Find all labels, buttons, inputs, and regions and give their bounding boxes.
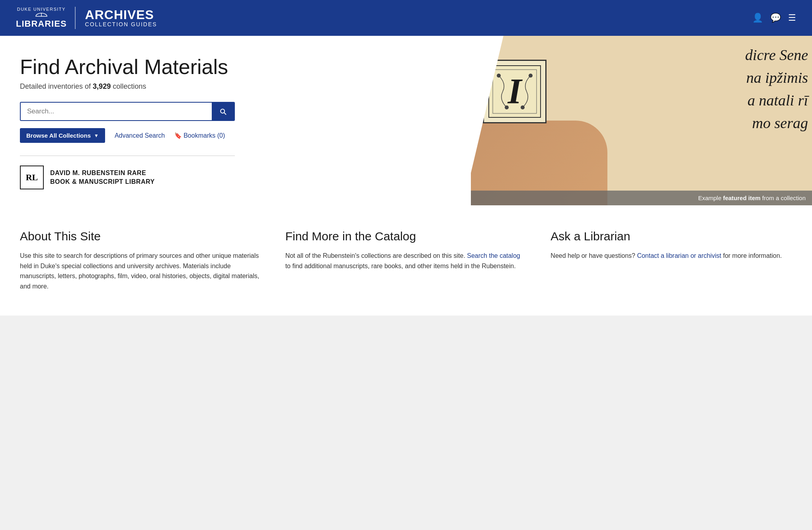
svg-point-5 (529, 74, 533, 78)
header-left: DUKE UNIVERSITY LIBRARIES ARCHIVES COLLE… (16, 7, 157, 29)
hero-section: Find Archival Materials Detailed invento… (0, 36, 812, 205)
menu-icon[interactable]: ☰ (788, 13, 796, 23)
browse-button-label: Browse All Collections (26, 132, 91, 139)
advanced-search-link[interactable]: Advanced Search (115, 132, 165, 139)
catalog-block: Find More in the Catalog Not all of the … (285, 229, 527, 291)
svg-text:I: I (507, 72, 523, 111)
duke-university-label: DUKE UNIVERSITY (17, 7, 66, 12)
bookmarks-label: Bookmarks (0) (183, 132, 225, 139)
illuminated-letter-svg: I (487, 64, 543, 119)
hero-subtitle: Detailed inventories of 3,929 collection… (20, 82, 484, 91)
ask-text: Need help or have questions? Contact a l… (550, 251, 792, 261)
hero-content: Find Archival Materials Detailed invento… (0, 36, 504, 205)
rubenstein-logo: RL (20, 166, 44, 189)
header-icons: 👤 💬 ☰ (752, 13, 796, 23)
search-button[interactable] (212, 103, 234, 120)
caption-suffix: from a collection (761, 195, 806, 201)
svg-point-4 (497, 74, 501, 78)
contact-librarian-link[interactable]: Contact a librarian or archivist (637, 252, 721, 259)
caption-bold: featured item (723, 195, 760, 201)
about-text: Use this site to search for descriptions… (20, 251, 262, 291)
svg-point-6 (505, 105, 509, 109)
hero-actions: Browse All Collections ▼ Advanced Search… (20, 128, 484, 143)
ask-text-after: for more information. (721, 252, 782, 259)
bookmark-icon: 🔖 (174, 132, 182, 139)
search-bar (20, 102, 235, 121)
search-icon (219, 107, 227, 115)
rubenstein-initials: RL (26, 172, 38, 183)
user-icon[interactable]: 👤 (752, 13, 763, 23)
hero-title: Find Archival Materials (20, 56, 484, 78)
catalog-text: Not all of the Rubenstein's collections … (285, 251, 527, 271)
search-input[interactable] (21, 103, 212, 120)
hero-image: I dicre Sene na ipžimis a natali rī mo s… (471, 36, 812, 205)
rubenstein-section: RL DAVID M. RUBENSTEIN RARE BOOK & MANUS… (20, 166, 484, 189)
collection-guides-label: COLLECTION GUIDES (85, 21, 157, 27)
archives-label: ARCHIVES (85, 8, 157, 21)
manuscript-background: I dicre Sene na ipžimis a natali rī mo s… (471, 36, 812, 205)
ask-heading: Ask a Librarian (550, 229, 792, 244)
catalog-text-after: to find additional manuscripts, rare boo… (285, 263, 516, 269)
content-section: About This Site Use this site to search … (0, 205, 812, 315)
duke-logo: DUKE UNIVERSITY LIBRARIES (16, 7, 76, 29)
subtitle-suffix: collections (111, 82, 146, 90)
divider (20, 156, 235, 156)
about-heading: About This Site (20, 229, 262, 244)
browse-collections-button[interactable]: Browse All Collections ▼ (20, 128, 105, 143)
catalog-text-before: Not all of the Rubenstein's collections … (285, 252, 467, 259)
archives-title: ARCHIVES COLLECTION GUIDES (84, 8, 157, 27)
ask-librarian-block: Ask a Librarian Need help or have questi… (550, 229, 792, 291)
svg-point-7 (521, 105, 525, 109)
image-caption: Example featured item from a collection (471, 191, 812, 205)
caption-prefix: Example (698, 195, 723, 201)
ask-text-before: Need help or have questions? (550, 252, 637, 259)
manuscript-text: dicre Sene na ipžimis a natali rī mo ser… (745, 44, 808, 134)
site-header: DUKE UNIVERSITY LIBRARIES ARCHIVES COLLE… (0, 0, 812, 36)
libraries-label: LIBRARIES (16, 19, 67, 29)
subtitle-prefix: Detailed inventories of (20, 82, 93, 90)
chat-icon[interactable]: 💬 (770, 13, 781, 23)
chevron-down-icon: ▼ (94, 133, 99, 138)
rubenstein-text: DAVID M. RUBENSTEIN RARE BOOK & MANUSCRI… (50, 169, 155, 187)
collection-count: 3,929 (93, 82, 111, 90)
rubenstein-line2: BOOK & MANUSCRIPT LIBRARY (50, 177, 155, 186)
search-catalog-link[interactable]: Search the catalog (467, 252, 520, 259)
rubenstein-line1: DAVID M. RUBENSTEIN RARE (50, 169, 155, 177)
about-block: About This Site Use this site to search … (20, 229, 262, 291)
duke-book-icon (34, 12, 49, 18)
bookmarks-link[interactable]: 🔖 Bookmarks (0) (174, 132, 225, 139)
catalog-heading: Find More in the Catalog (285, 229, 527, 244)
